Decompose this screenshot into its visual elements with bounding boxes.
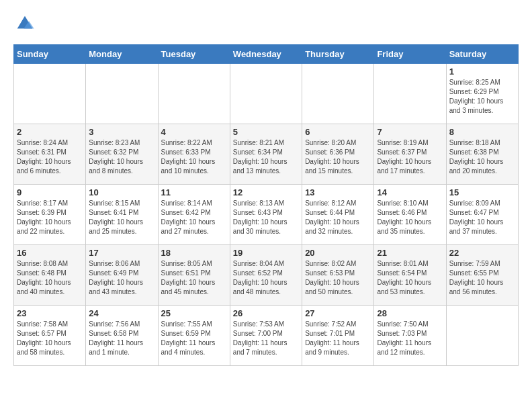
calendar-cell — [14, 64, 86, 124]
day-info: Sunrise: 8:06 AM Sunset: 6:49 PM Dayligh… — [89, 259, 154, 297]
calendar-cell — [446, 306, 518, 366]
header — [13, 13, 519, 38]
calendar-cell: 11Sunrise: 8:14 AM Sunset: 6:42 PM Dayli… — [158, 185, 230, 245]
day-info: Sunrise: 8:04 AM Sunset: 6:52 PM Dayligh… — [233, 259, 299, 297]
calendar-cell: 5Sunrise: 8:21 AM Sunset: 6:34 PM Daylig… — [230, 124, 302, 185]
calendar-cell: 3Sunrise: 8:23 AM Sunset: 6:32 PM Daylig… — [86, 124, 158, 185]
day-number: 27 — [305, 308, 371, 318]
day-info: Sunrise: 8:19 AM Sunset: 6:37 PM Dayligh… — [377, 138, 443, 176]
day-info: Sunrise: 7:58 AM Sunset: 6:57 PM Dayligh… — [17, 320, 83, 357]
day-number: 15 — [449, 187, 515, 197]
calendar-cell — [86, 64, 158, 124]
day-number: 10 — [89, 187, 154, 197]
week-row-4: 16Sunrise: 8:08 AM Sunset: 6:48 PM Dayli… — [14, 245, 519, 306]
day-number: 23 — [17, 308, 83, 318]
weekday-header-row: SundayMondayTuesdayWednesdayThursdayFrid… — [14, 45, 519, 64]
week-row-1: 1Sunrise: 8:25 AM Sunset: 6:29 PM Daylig… — [14, 64, 519, 124]
day-info: Sunrise: 8:23 AM Sunset: 6:32 PM Dayligh… — [89, 138, 154, 176]
day-info: Sunrise: 8:18 AM Sunset: 6:38 PM Dayligh… — [449, 138, 515, 176]
day-info: Sunrise: 8:24 AM Sunset: 6:31 PM Dayligh… — [17, 138, 83, 176]
day-number: 16 — [17, 248, 83, 258]
day-number: 20 — [305, 248, 371, 258]
calendar-cell: 15Sunrise: 8:09 AM Sunset: 6:47 PM Dayli… — [446, 185, 518, 245]
day-info: Sunrise: 8:14 AM Sunset: 6:42 PM Dayligh… — [161, 199, 227, 236]
weekday-header-thursday: Thursday — [302, 45, 374, 64]
calendar-cell: 16Sunrise: 8:08 AM Sunset: 6:48 PM Dayli… — [14, 245, 86, 306]
calendar-cell: 6Sunrise: 8:20 AM Sunset: 6:36 PM Daylig… — [302, 124, 374, 185]
day-number: 13 — [305, 187, 371, 197]
logo-icon — [15, 13, 35, 34]
day-number: 12 — [233, 187, 299, 197]
day-info: Sunrise: 8:15 AM Sunset: 6:41 PM Dayligh… — [89, 199, 154, 236]
calendar-cell: 27Sunrise: 7:52 AM Sunset: 7:01 PM Dayli… — [302, 306, 374, 366]
calendar-cell: 28Sunrise: 7:50 AM Sunset: 7:03 PM Dayli… — [374, 306, 446, 366]
day-info: Sunrise: 8:10 AM Sunset: 6:46 PM Dayligh… — [377, 199, 443, 236]
calendar-cell: 22Sunrise: 7:59 AM Sunset: 6:55 PM Dayli… — [446, 245, 518, 306]
week-row-3: 9Sunrise: 8:17 AM Sunset: 6:39 PM Daylig… — [14, 185, 519, 245]
calendar-cell: 8Sunrise: 8:18 AM Sunset: 6:38 PM Daylig… — [446, 124, 518, 185]
week-row-5: 23Sunrise: 7:58 AM Sunset: 6:57 PM Dayli… — [14, 306, 519, 366]
day-number: 6 — [305, 127, 371, 137]
calendar-cell — [374, 64, 446, 124]
weekday-header-friday: Friday — [374, 45, 446, 64]
calendar-header: SundayMondayTuesdayWednesdayThursdayFrid… — [14, 45, 519, 64]
day-info: Sunrise: 8:01 AM Sunset: 6:54 PM Dayligh… — [377, 259, 443, 297]
day-info: Sunrise: 8:12 AM Sunset: 6:44 PM Dayligh… — [305, 199, 371, 236]
day-number: 19 — [233, 248, 299, 258]
day-number: 5 — [233, 127, 299, 137]
calendar-cell: 9Sunrise: 8:17 AM Sunset: 6:39 PM Daylig… — [14, 185, 86, 245]
calendar-cell: 21Sunrise: 8:01 AM Sunset: 6:54 PM Dayli… — [374, 245, 446, 306]
day-info: Sunrise: 7:56 AM Sunset: 6:58 PM Dayligh… — [89, 320, 154, 357]
calendar-body: 1Sunrise: 8:25 AM Sunset: 6:29 PM Daylig… — [14, 64, 519, 366]
weekday-header-wednesday: Wednesday — [230, 45, 302, 64]
calendar-cell: 19Sunrise: 8:04 AM Sunset: 6:52 PM Dayli… — [230, 245, 302, 306]
day-info: Sunrise: 8:17 AM Sunset: 6:39 PM Dayligh… — [17, 199, 83, 236]
day-number: 14 — [377, 187, 443, 197]
day-number: 18 — [161, 248, 227, 258]
calendar-cell: 12Sunrise: 8:13 AM Sunset: 6:43 PM Dayli… — [230, 185, 302, 245]
calendar-cell: 1Sunrise: 8:25 AM Sunset: 6:29 PM Daylig… — [446, 64, 518, 124]
day-info: Sunrise: 7:52 AM Sunset: 7:01 PM Dayligh… — [305, 320, 371, 357]
day-info: Sunrise: 7:53 AM Sunset: 7:00 PM Dayligh… — [233, 320, 299, 357]
calendar-cell: 24Sunrise: 7:56 AM Sunset: 6:58 PM Dayli… — [86, 306, 158, 366]
calendar-cell: 23Sunrise: 7:58 AM Sunset: 6:57 PM Dayli… — [14, 306, 86, 366]
day-number: 3 — [89, 127, 154, 137]
day-info: Sunrise: 8:13 AM Sunset: 6:43 PM Dayligh… — [233, 199, 299, 236]
calendar-cell: 13Sunrise: 8:12 AM Sunset: 6:44 PM Dayli… — [302, 185, 374, 245]
day-number: 11 — [161, 187, 227, 197]
day-number: 22 — [449, 248, 515, 258]
day-info: Sunrise: 8:25 AM Sunset: 6:29 PM Dayligh… — [449, 78, 515, 116]
day-number: 21 — [377, 248, 443, 258]
day-info: Sunrise: 7:59 AM Sunset: 6:55 PM Dayligh… — [449, 259, 515, 297]
weekday-header-monday: Monday — [86, 45, 158, 64]
day-number: 4 — [161, 127, 227, 137]
calendar-cell — [302, 64, 374, 124]
day-info: Sunrise: 7:55 AM Sunset: 6:59 PM Dayligh… — [161, 320, 227, 357]
day-info: Sunrise: 8:21 AM Sunset: 6:34 PM Dayligh… — [233, 138, 299, 176]
day-number: 24 — [89, 308, 154, 318]
day-info: Sunrise: 7:50 AM Sunset: 7:03 PM Dayligh… — [377, 320, 443, 357]
logo — [13, 13, 35, 38]
day-number: 26 — [233, 308, 299, 318]
calendar-cell: 25Sunrise: 7:55 AM Sunset: 6:59 PM Dayli… — [158, 306, 230, 366]
weekday-header-tuesday: Tuesday — [158, 45, 230, 64]
day-info: Sunrise: 8:05 AM Sunset: 6:51 PM Dayligh… — [161, 259, 227, 297]
calendar-cell: 4Sunrise: 8:22 AM Sunset: 6:33 PM Daylig… — [158, 124, 230, 185]
day-info: Sunrise: 8:22 AM Sunset: 6:33 PM Dayligh… — [161, 138, 227, 176]
calendar-cell: 20Sunrise: 8:02 AM Sunset: 6:53 PM Dayli… — [302, 245, 374, 306]
calendar-cell: 18Sunrise: 8:05 AM Sunset: 6:51 PM Dayli… — [158, 245, 230, 306]
day-number: 9 — [17, 187, 83, 197]
calendar-cell: 7Sunrise: 8:19 AM Sunset: 6:37 PM Daylig… — [374, 124, 446, 185]
day-info: Sunrise: 8:02 AM Sunset: 6:53 PM Dayligh… — [305, 259, 371, 297]
calendar-cell — [230, 64, 302, 124]
calendar-cell: 26Sunrise: 7:53 AM Sunset: 7:00 PM Dayli… — [230, 306, 302, 366]
week-row-2: 2Sunrise: 8:24 AM Sunset: 6:31 PM Daylig… — [14, 124, 519, 185]
calendar-cell: 10Sunrise: 8:15 AM Sunset: 6:41 PM Dayli… — [86, 185, 158, 245]
day-number: 25 — [161, 308, 227, 318]
calendar-cell: 17Sunrise: 8:06 AM Sunset: 6:49 PM Dayli… — [86, 245, 158, 306]
weekday-header-saturday: Saturday — [446, 45, 518, 64]
calendar-cell — [158, 64, 230, 124]
day-info: Sunrise: 8:09 AM Sunset: 6:47 PM Dayligh… — [449, 199, 515, 236]
calendar-cell: 2Sunrise: 8:24 AM Sunset: 6:31 PM Daylig… — [14, 124, 86, 185]
calendar-cell: 14Sunrise: 8:10 AM Sunset: 6:46 PM Dayli… — [374, 185, 446, 245]
